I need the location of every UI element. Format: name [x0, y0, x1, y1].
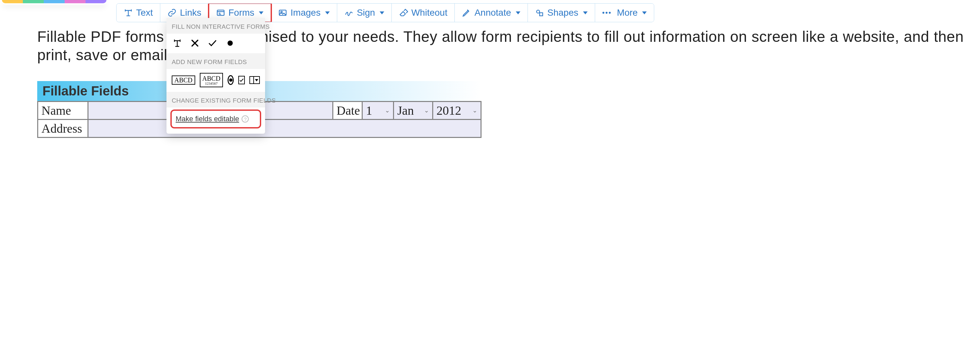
date-day-select[interactable]: 1⌄	[362, 102, 394, 120]
tool-sign[interactable]: Sign	[337, 3, 392, 22]
thumb-abcd-label: ABCD	[174, 77, 192, 83]
tool-sign-label: Sign	[357, 8, 375, 18]
thumb-abcd-label2: ABCD	[202, 75, 221, 82]
pencil-icon	[462, 8, 471, 17]
tool-links-label: Links	[180, 8, 201, 18]
dropdown-fill-row	[167, 34, 265, 53]
tool-images-label: Images	[291, 8, 321, 18]
add-combobox-thumb[interactable]	[250, 76, 260, 84]
tool-shapes[interactable]: Shapes	[528, 3, 595, 22]
date-month-select[interactable]: Jan⌄	[394, 102, 433, 120]
thumb-sub-label: 1234567	[205, 82, 218, 85]
form-icon	[216, 8, 225, 17]
brand-color-bar	[2, 0, 107, 3]
date-month-value: Jan	[397, 103, 414, 118]
name-label-cell: Name	[38, 102, 88, 120]
link-icon	[167, 8, 177, 17]
help-icon[interactable]: ?	[242, 115, 249, 123]
tool-forms-label: Forms	[229, 8, 254, 18]
dropdown-group-fill-title: FILL NON INTERACTIVE FORMS	[167, 18, 265, 34]
date-label-cell: Date	[333, 102, 362, 120]
address-input-cell[interactable]	[88, 120, 481, 138]
svg-rect-4	[539, 13, 542, 16]
add-textarea-thumb[interactable]: ABCD 1234567	[200, 73, 223, 87]
date-year-value: 2012	[436, 103, 461, 118]
caret-down-icon	[583, 11, 588, 14]
dropdown-group-change-title: CHANGE EXISTING FORM FIELDS	[167, 92, 265, 107]
dropdown-add-row: ABCD ABCD 1234567	[167, 69, 265, 92]
more-dots-icon: •••	[602, 8, 612, 17]
tool-annotate[interactable]: Annotate	[455, 3, 528, 22]
caret-down-icon	[516, 11, 520, 14]
caret-down-icon	[380, 11, 384, 14]
caret-down-icon	[642, 11, 647, 14]
chevron-down-icon: ⌄	[473, 107, 477, 114]
tool-images[interactable]: Images	[271, 3, 337, 22]
tool-whiteout-label: Whiteout	[411, 8, 447, 18]
address-label-cell: Address	[38, 120, 88, 138]
sign-icon	[344, 8, 353, 17]
date-year-select[interactable]: 2012⌄	[433, 102, 481, 120]
eraser-icon	[399, 8, 408, 17]
shapes-icon	[535, 8, 544, 17]
caret-down-icon	[325, 11, 330, 14]
svg-point-3	[536, 10, 539, 13]
fill-check-tool[interactable]	[207, 38, 218, 49]
add-textfield-thumb[interactable]: ABCD	[172, 75, 195, 85]
image-icon	[278, 8, 287, 17]
forms-dropdown: FILL NON INTERACTIVE FORMS ADD NEW FORM …	[167, 18, 265, 134]
text-icon	[124, 8, 133, 17]
add-radio-thumb[interactable]	[228, 75, 234, 85]
fill-text-tool[interactable]	[172, 38, 183, 49]
chevron-down-icon: ⌄	[385, 107, 390, 114]
make-editable-row: Make fields editable ?	[170, 109, 261, 128]
tool-annotate-label: Annotate	[474, 8, 511, 18]
fill-dot-tool[interactable]	[224, 38, 236, 49]
chevron-down-icon: ⌄	[424, 107, 429, 114]
tool-more[interactable]: ••• More	[595, 3, 654, 22]
tool-text-label: Text	[136, 8, 153, 18]
add-checkbox-thumb[interactable]	[238, 76, 245, 84]
dropdown-group-add-title: ADD NEW FORM FIELDS	[167, 53, 265, 69]
tool-whiteout[interactable]: Whiteout	[392, 3, 455, 22]
tool-more-label: More	[617, 8, 638, 18]
brand-logo-block: WWW.UPDF.COM	[2, 0, 107, 3]
tool-text[interactable]: Text	[116, 3, 160, 22]
tool-shapes-label: Shapes	[547, 8, 579, 18]
date-day-value: 1	[366, 103, 372, 118]
caret-down-icon	[259, 11, 263, 14]
make-fields-editable-link[interactable]: Make fields editable	[176, 115, 239, 123]
fill-cross-tool[interactable]	[189, 38, 200, 49]
